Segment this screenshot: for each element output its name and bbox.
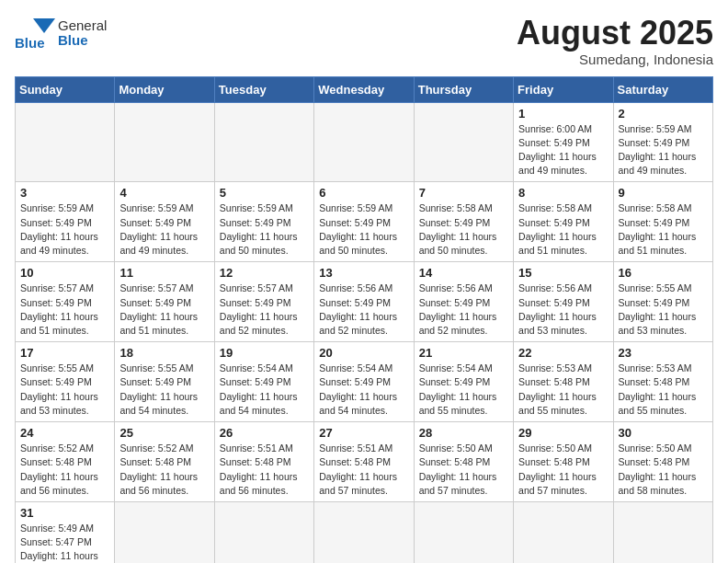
calendar-day-cell: 1Sunrise: 6:00 AM Sunset: 5:49 PM Daylig…: [514, 102, 613, 182]
calendar-day-cell: [214, 501, 313, 563]
weekday-header-wednesday: Wednesday: [314, 76, 414, 102]
calendar-day-cell: 27Sunrise: 5:51 AM Sunset: 5:48 PM Dayli…: [314, 422, 414, 502]
calendar-day-cell: 11Sunrise: 5:57 AM Sunset: 5:49 PM Dayli…: [115, 262, 214, 342]
day-number: 22: [518, 346, 608, 360]
weekday-header-saturday: Saturday: [613, 76, 712, 102]
day-number: 17: [20, 346, 109, 360]
calendar-day-cell: [115, 102, 214, 182]
calendar-day-cell: 9Sunrise: 5:58 AM Sunset: 5:49 PM Daylig…: [613, 182, 712, 262]
calendar-day-cell: 21Sunrise: 5:54 AM Sunset: 5:49 PM Dayli…: [414, 342, 513, 422]
day-number: 28: [419, 426, 508, 440]
calendar-day-cell: 4Sunrise: 5:59 AM Sunset: 5:49 PM Daylig…: [115, 182, 214, 262]
calendar-day-cell: [314, 501, 414, 563]
day-number: 2: [619, 107, 708, 121]
location-subtitle: Sumedang, Indonesia: [517, 52, 713, 67]
calendar-day-cell: 8Sunrise: 5:58 AM Sunset: 5:49 PM Daylig…: [514, 182, 613, 262]
svg-text:Blue: Blue: [15, 35, 45, 51]
calendar-day-cell: [314, 102, 414, 182]
day-info: Sunrise: 5:59 AM Sunset: 5:49 PM Dayligh…: [319, 201, 408, 258]
calendar-day-cell: 18Sunrise: 5:55 AM Sunset: 5:49 PM Dayli…: [115, 342, 214, 422]
day-info: Sunrise: 5:53 AM Sunset: 5:48 PM Dayligh…: [518, 362, 608, 418]
calendar-day-cell: [414, 102, 513, 182]
day-number: 25: [119, 426, 209, 440]
calendar-table: SundayMondayTuesdayWednesdayThursdayFrid…: [15, 76, 713, 563]
day-info: Sunrise: 5:56 AM Sunset: 5:49 PM Dayligh…: [319, 282, 408, 338]
day-info: Sunrise: 5:57 AM Sunset: 5:49 PM Dayligh…: [119, 282, 209, 338]
day-info: Sunrise: 5:57 AM Sunset: 5:49 PM Dayligh…: [20, 282, 109, 338]
logo-blue-text: Blue: [58, 33, 107, 49]
header: BlueGeneralBlue August 2025 Sumedang, In…: [15, 15, 713, 67]
svg-marker-0: [33, 18, 55, 33]
weekday-header-monday: Monday: [115, 76, 214, 102]
day-number: 14: [419, 266, 508, 280]
day-number: 1: [518, 107, 608, 121]
calendar-day-cell: 6Sunrise: 5:59 AM Sunset: 5:49 PM Daylig…: [314, 182, 414, 262]
calendar-day-cell: [115, 501, 214, 563]
calendar-day-cell: 19Sunrise: 5:54 AM Sunset: 5:49 PM Dayli…: [214, 342, 313, 422]
day-info: Sunrise: 5:50 AM Sunset: 5:48 PM Dayligh…: [619, 442, 708, 498]
day-number: 21: [419, 346, 508, 360]
day-number: 7: [419, 186, 508, 200]
calendar-day-cell: 16Sunrise: 5:55 AM Sunset: 5:49 PM Dayli…: [613, 262, 712, 342]
calendar-week-row: 24Sunrise: 5:52 AM Sunset: 5:48 PM Dayli…: [16, 422, 713, 502]
day-number: 26: [220, 426, 309, 440]
day-info: Sunrise: 5:58 AM Sunset: 5:49 PM Dayligh…: [518, 201, 608, 258]
weekday-header-tuesday: Tuesday: [214, 76, 313, 102]
day-number: 23: [619, 346, 708, 360]
day-number: 24: [20, 426, 109, 440]
calendar-day-cell: 22Sunrise: 5:53 AM Sunset: 5:48 PM Dayli…: [514, 342, 613, 422]
day-number: 5: [220, 186, 309, 200]
day-number: 30: [619, 426, 708, 440]
day-number: 19: [220, 346, 309, 360]
day-info: Sunrise: 5:49 AM Sunset: 5:47 PM Dayligh…: [20, 522, 109, 563]
calendar-day-cell: 25Sunrise: 5:52 AM Sunset: 5:48 PM Dayli…: [115, 422, 214, 502]
calendar-day-cell: 13Sunrise: 5:56 AM Sunset: 5:49 PM Dayli…: [314, 262, 414, 342]
day-number: 11: [119, 266, 209, 280]
day-number: 6: [319, 186, 408, 200]
calendar-day-cell: 2Sunrise: 5:59 AM Sunset: 5:49 PM Daylig…: [613, 102, 712, 182]
day-info: Sunrise: 5:50 AM Sunset: 5:48 PM Dayligh…: [518, 442, 608, 498]
logo-general-text: General: [58, 18, 107, 34]
day-number: 9: [619, 186, 708, 200]
calendar-day-cell: 20Sunrise: 5:54 AM Sunset: 5:49 PM Dayli…: [314, 342, 414, 422]
calendar-day-cell: 30Sunrise: 5:50 AM Sunset: 5:48 PM Dayli…: [613, 422, 712, 502]
calendar-day-cell: 10Sunrise: 5:57 AM Sunset: 5:49 PM Dayli…: [16, 262, 115, 342]
logo-container: BlueGeneralBlue: [15, 15, 107, 52]
day-info: Sunrise: 5:52 AM Sunset: 5:48 PM Dayligh…: [20, 442, 109, 498]
day-number: 8: [518, 186, 608, 200]
calendar-day-cell: [16, 102, 115, 182]
calendar-day-cell: 5Sunrise: 5:59 AM Sunset: 5:49 PM Daylig…: [214, 182, 313, 262]
calendar-day-cell: 12Sunrise: 5:57 AM Sunset: 5:49 PM Dayli…: [214, 262, 313, 342]
day-info: Sunrise: 5:52 AM Sunset: 5:48 PM Dayligh…: [119, 442, 209, 498]
month-title: August 2025: [517, 15, 713, 52]
day-number: 18: [119, 346, 209, 360]
calendar-day-cell: 24Sunrise: 5:52 AM Sunset: 5:48 PM Dayli…: [16, 422, 115, 502]
day-number: 31: [20, 506, 109, 520]
day-info: Sunrise: 5:58 AM Sunset: 5:49 PM Dayligh…: [619, 201, 708, 258]
weekday-header-friday: Friday: [514, 76, 613, 102]
calendar-day-cell: [414, 501, 513, 563]
day-number: 20: [319, 346, 408, 360]
calendar-week-row: 31Sunrise: 5:49 AM Sunset: 5:47 PM Dayli…: [16, 501, 713, 563]
weekday-header-thursday: Thursday: [414, 76, 513, 102]
calendar-day-cell: 28Sunrise: 5:50 AM Sunset: 5:48 PM Dayli…: [414, 422, 513, 502]
day-info: Sunrise: 5:55 AM Sunset: 5:49 PM Dayligh…: [119, 362, 209, 418]
calendar-week-row: 3Sunrise: 5:59 AM Sunset: 5:49 PM Daylig…: [16, 182, 713, 262]
day-info: Sunrise: 5:51 AM Sunset: 5:48 PM Dayligh…: [319, 442, 408, 498]
day-info: Sunrise: 5:55 AM Sunset: 5:49 PM Dayligh…: [619, 282, 708, 338]
calendar-week-row: 10Sunrise: 5:57 AM Sunset: 5:49 PM Dayli…: [16, 262, 713, 342]
day-info: Sunrise: 5:56 AM Sunset: 5:49 PM Dayligh…: [419, 282, 508, 338]
day-number: 15: [518, 266, 608, 280]
calendar-day-cell: 7Sunrise: 5:58 AM Sunset: 5:49 PM Daylig…: [414, 182, 513, 262]
calendar-day-cell: 31Sunrise: 5:49 AM Sunset: 5:47 PM Dayli…: [16, 501, 115, 563]
day-info: Sunrise: 5:59 AM Sunset: 5:49 PM Dayligh…: [619, 122, 708, 178]
day-info: Sunrise: 5:57 AM Sunset: 5:49 PM Dayligh…: [220, 282, 309, 338]
day-info: Sunrise: 5:59 AM Sunset: 5:49 PM Dayligh…: [20, 201, 109, 258]
day-number: 29: [518, 426, 608, 440]
calendar-day-cell: 29Sunrise: 5:50 AM Sunset: 5:48 PM Dayli…: [514, 422, 613, 502]
generalblue-icon: Blue: [15, 15, 55, 52]
calendar-day-cell: [514, 501, 613, 563]
logo: BlueGeneralBlue: [15, 15, 107, 52]
day-info: Sunrise: 5:54 AM Sunset: 5:49 PM Dayligh…: [419, 362, 508, 418]
day-info: Sunrise: 5:54 AM Sunset: 5:49 PM Dayligh…: [319, 362, 408, 418]
